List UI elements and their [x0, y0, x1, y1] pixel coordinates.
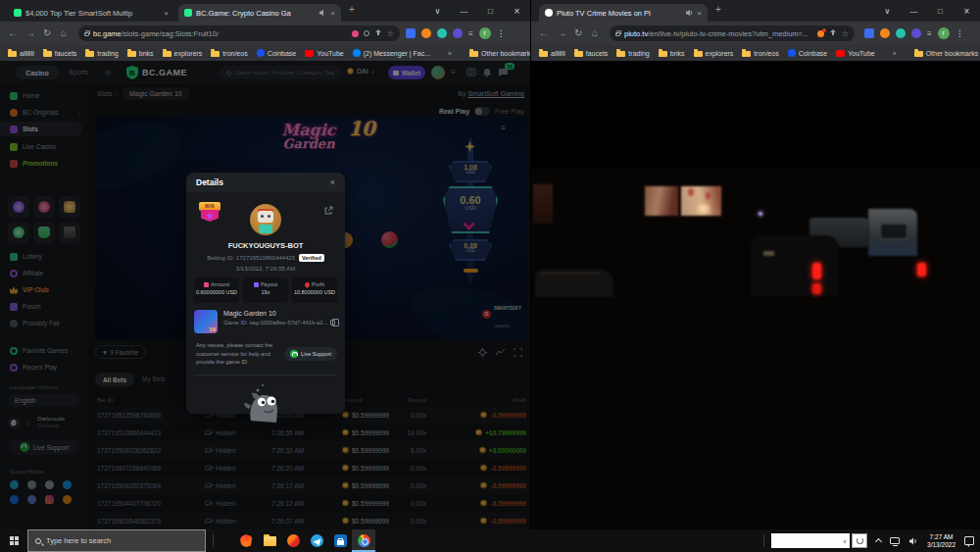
tab-bcgame-active[interactable]: BC.Game: Crypto Casino Ga × [178, 4, 341, 22]
tab-close-icon[interactable]: × [330, 9, 335, 18]
extension-badge-icon[interactable] [817, 30, 824, 37]
share-icon[interactable] [829, 29, 837, 37]
address-bar[interactable]: pluto.tv/en/live-tv/pluto-tv-crime-movie… [610, 25, 855, 41]
reading-list-icon[interactable]: ≡ [927, 29, 932, 38]
reload-icon[interactable]: ↻ [43, 26, 51, 40]
tab-audio-icon[interactable] [685, 9, 693, 17]
tray-widget-button[interactable] [852, 533, 867, 548]
copy-icon[interactable] [330, 320, 335, 326]
tray-search-widget[interactable]: ∨ [771, 533, 850, 548]
bookmark-coinbase[interactable]: Coinbase [257, 49, 297, 57]
password-key-icon[interactable] [352, 30, 359, 37]
taskbar-search[interactable]: Type here to search [27, 529, 206, 552]
chrome-menu-icon[interactable]: ⋮ [497, 28, 506, 38]
verified-badge[interactable]: Verified [299, 254, 324, 262]
bookmark-folder[interactable]: tron/eos [211, 50, 247, 57]
back-icon[interactable]: ← [539, 26, 549, 40]
extension-icon-purple[interactable] [453, 28, 463, 38]
tab-search-chevron[interactable]: ∨ [424, 0, 451, 22]
reading-list-icon[interactable]: ≡ [468, 29, 473, 38]
tab-smartsoft-promo[interactable]: $4,000 Top Tier SmartSoft Multip × [8, 4, 174, 22]
ssl-lock-icon[interactable] [615, 32, 620, 36]
bookmark-folder[interactable]: trading [616, 50, 649, 57]
new-tab-button[interactable]: + [715, 4, 721, 15]
tab-audio-icon[interactable] [318, 9, 326, 17]
hidden-icons-chevron[interactable] [876, 537, 881, 544]
bookmark-folder[interactable]: explorers [163, 50, 203, 57]
forward-icon[interactable]: → [557, 26, 566, 40]
taskbar-telegram[interactable] [305, 529, 328, 552]
minimize-button[interactable]: — [901, 0, 927, 22]
folder-icon [8, 51, 17, 57]
taskbar-brave[interactable] [234, 529, 258, 552]
back-icon[interactable]: ← [8, 26, 18, 40]
close-icon[interactable]: × [330, 177, 335, 187]
modal-game-row[interactable]: Magic Garden 10 Game ID: sag-0200a8ee-57… [194, 310, 337, 335]
bookmark-messenger[interactable]: (2) Messenger | Fac... [353, 49, 430, 57]
tab-close-icon[interactable]: × [697, 9, 702, 18]
maximize-button[interactable]: □ [927, 0, 954, 22]
extension-icon-teal[interactable] [437, 28, 447, 38]
metamask-icon[interactable] [421, 28, 431, 38]
share-icon[interactable] [324, 206, 333, 215]
close-button[interactable]: × [954, 0, 980, 22]
video-night-scene [531, 169, 980, 529]
chrome-menu-icon[interactable]: ⋮ [956, 28, 964, 38]
extension-icon-blue[interactable] [864, 28, 874, 38]
home-icon[interactable]: ⌂ [592, 26, 598, 40]
address-bar[interactable]: bc.game/slots-game/sag:Slots:Fruit10/ ☆ [78, 25, 400, 41]
home-icon[interactable]: ⌂ [61, 26, 67, 40]
profile-avatar[interactable]: r [938, 27, 950, 39]
bookmark-star-icon[interactable]: ☆ [842, 29, 849, 38]
reload-icon[interactable]: ↻ [574, 26, 582, 40]
live-support-button[interactable]: Live Support [284, 347, 337, 361]
action-center-icon[interactable] [964, 536, 974, 545]
extension-icon-purple[interactable] [911, 28, 921, 38]
bookmark-coinbase[interactable]: Coinbase [788, 49, 828, 57]
youtube-icon [305, 50, 314, 57]
bookmark-folder[interactable]: explorers [694, 50, 734, 57]
player-avatar[interactable] [250, 204, 281, 235]
bookmark-folder[interactable]: alllllll [8, 50, 34, 57]
metamask-icon[interactable] [880, 28, 890, 38]
bookmark-folder[interactable]: bnks [127, 50, 154, 57]
volume-icon[interactable] [908, 536, 918, 546]
bookmark-folder[interactable]: faucets [43, 50, 77, 57]
taskbar-store[interactable] [328, 529, 352, 552]
share-icon[interactable] [374, 29, 382, 37]
tab-pluto-active[interactable]: Pluto TV Crime Movies on Pl × [539, 4, 708, 22]
ssl-lock-icon[interactable] [84, 32, 89, 36]
pluto-video-player[interactable] [531, 61, 980, 529]
taskbar-clock[interactable]: 7:27 AM 3/13/2022 [927, 533, 956, 549]
taskbar-file-explorer[interactable] [258, 529, 281, 552]
curtain-floral-spot [688, 188, 694, 196]
bookmarks-overflow-icon[interactable]: » [893, 50, 897, 57]
bookmark-folder[interactable]: tron/eos [742, 50, 778, 57]
taskbar-chrome-active[interactable] [352, 529, 375, 552]
network-icon[interactable] [890, 537, 900, 544]
start-button[interactable] [0, 529, 27, 552]
other-bookmarks[interactable]: Other bookmarks [914, 50, 979, 57]
extension-icon-blue[interactable] [406, 28, 416, 38]
bookmark-folder[interactable]: faucets [574, 50, 609, 57]
bookmark-youtube[interactable]: YouTube [305, 50, 344, 57]
minimize-button[interactable]: — [451, 0, 477, 22]
close-button[interactable]: × [504, 0, 530, 22]
refresh-icon [857, 537, 863, 544]
bookmark-folder[interactable]: trading [85, 50, 118, 57]
maximize-button[interactable]: □ [477, 0, 504, 22]
tab-close-icon[interactable]: × [164, 9, 169, 18]
bookmark-star-icon[interactable]: ☆ [387, 29, 394, 38]
new-tab-button[interactable]: + [349, 4, 355, 15]
other-bookmarks[interactable]: Other bookmarks [469, 50, 534, 57]
extension-icon-teal[interactable] [896, 28, 906, 38]
search-this-icon[interactable] [364, 30, 369, 36]
bookmark-youtube[interactable]: YouTube [836, 50, 875, 57]
bookmarks-overflow-icon[interactable]: » [448, 50, 452, 57]
bookmark-folder[interactable]: bnks [659, 50, 685, 57]
profile-avatar[interactable]: r [479, 27, 491, 39]
taskbar-app-red[interactable] [281, 529, 305, 552]
tab-search-chevron[interactable]: ∨ [874, 0, 901, 22]
bookmark-folder[interactable]: alllllll [539, 50, 565, 57]
forward-icon[interactable]: → [25, 26, 35, 40]
